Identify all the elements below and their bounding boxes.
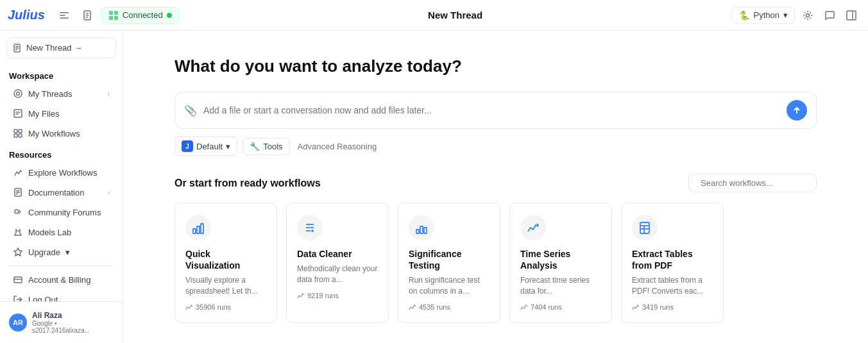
svg-rect-8 [114,11,118,15]
svg-marker-33 [14,248,22,256]
user-account-button[interactable]: AR Ali Raza Google • s2017.2416aliraza..… [6,307,116,338]
workflow-desc-extract-tables: Extract tables from a PDF! Converts eac.… [632,275,713,297]
explore-workflows-label: Explore Workflows [28,168,97,178]
runs-icon [632,303,640,311]
new-doc-icon [82,10,92,21]
community-forums-label: Community Forums [28,208,101,217]
connected-badge: Connected [101,7,179,24]
default-label: Default [196,142,223,151]
workflow-title-time-series: Time Series Analysis [520,248,601,271]
attach-icon[interactable]: 📎 [184,105,197,117]
workflows-icon [13,128,23,138]
workflow-card-time-series[interactable]: Time Series Analysis Forecast time serie… [509,203,612,323]
page-heading: What do you want to analyze today? [174,56,817,76]
workflows-title: Or start from ready workflows [174,178,321,189]
svg-rect-10 [114,16,118,20]
log-out-label: Log Out [28,295,58,302]
send-button[interactable] [787,100,807,121]
workflow-desc-data-cleaner: Methodically clean your data from a... [297,264,378,285]
python-label: Python [754,10,779,20]
new-thread-button[interactable]: New Thread → [6,37,116,58]
svg-rect-49 [420,226,423,233]
page-title: New Thread [184,10,727,21]
sidebar-item-documentation[interactable]: Documentation › [4,183,119,202]
default-button[interactable]: J Default ▾ [174,137,237,156]
svg-rect-51 [640,222,649,233]
workflow-cards: Quick Visualization Visually explore a s… [174,203,817,323]
svg-rect-26 [19,134,22,137]
sidebar-item-upgrade[interactable]: Upgrade ▾ [4,242,119,262]
runs-icon [520,303,528,311]
workflow-icon-significance-testing [409,215,434,240]
sidebar-toggle-button[interactable] [55,8,73,23]
svg-rect-48 [416,230,419,233]
svg-rect-9 [109,16,113,20]
svg-point-11 [806,13,810,17]
workflow-card-data-cleaner[interactable]: Data Cleaner Methodically clean your dat… [286,203,389,323]
topbar: Julius Connected New Thread 🐍 Python ▾ [0,0,868,31]
settings-button[interactable] [799,8,817,23]
connected-label: Connected [123,10,163,20]
sidebar-item-my-threads[interactable]: My Threads › [4,84,119,103]
upgrade-icon [13,247,23,257]
community-icon [13,207,23,217]
toolbar-row: J Default ▾ 🔧 Tools Advanced Reasoning [174,137,817,156]
workflow-desc-time-series: Forecast time series data for... [520,275,601,297]
main-content: What do you want to analyze today? 📎 J D… [123,31,868,343]
sidebar-my-files-label: My Files [28,109,59,119]
models-lab-icon [13,227,23,237]
workflow-title-quick-viz: Quick Visualization [185,248,266,271]
workflow-card-quick-viz[interactable]: Quick Visualization Visually explore a s… [174,203,277,323]
workflow-icon-quick-viz [185,215,211,240]
python-selector[interactable]: 🐍 Python ▾ [732,7,795,24]
workflow-icon-data-cleaner [297,215,323,240]
account-billing-label: Account & Billing [28,275,91,285]
documentation-icon [13,187,23,197]
workflow-title-significance-testing: Significance Testing [409,248,489,271]
sidebar-my-threads-label: My Threads [28,89,72,99]
sidebar-item-my-files[interactable]: My Files [4,104,119,123]
send-icon [792,106,801,115]
svg-rect-12 [847,11,856,20]
advanced-reasoning-label: Advanced Reasoning [295,138,380,155]
sidebar-item-account-billing[interactable]: Account & Billing [4,270,119,289]
doc-chevron-icon: › [108,189,110,196]
workflow-desc-quick-viz: Visually explore a spreadsheet! Let th..… [185,275,266,297]
sidebar-item-my-workflows[interactable]: My Workflows [4,124,119,143]
sidebar-item-explore-workflows[interactable]: Explore Workflows [4,163,119,182]
sidebar-scrollable: Workspace My Threads › [0,62,123,301]
new-doc-button[interactable] [78,8,96,23]
workflow-card-extract-tables[interactable]: Extract Tables from PDF Extract tables f… [621,203,724,323]
sidebar-item-log-out[interactable]: Log Out [4,290,119,301]
search-workflows-input[interactable] [701,178,808,188]
new-thread-icon [13,44,22,53]
svg-rect-40 [193,229,196,233]
workflow-runs-extract-tables: 3419 runs [632,303,713,311]
workflow-runs-data-cleaner: 9219 runs [297,292,378,299]
sidebar-item-models-lab[interactable]: Models Lab [4,222,119,242]
gear-icon [803,10,813,21]
svg-rect-50 [424,228,427,233]
billing-icon [13,274,23,285]
sidebar-my-workflows-label: My Workflows [28,129,80,138]
default-chevron-icon: ▾ [226,142,230,151]
svg-rect-7 [109,11,113,15]
sidebar: New Thread → Workspace My Threads › [0,31,123,343]
sidebar-bottom: AR Ali Raza Google • s2017.2416aliraza..… [0,301,123,343]
sidebar-divider [9,265,114,266]
chat-button[interactable] [821,8,838,23]
main-input[interactable] [203,105,780,115]
svg-point-18 [14,90,22,97]
panel-icon [846,10,856,21]
workflow-icon-time-series [520,215,546,240]
input-area: 📎 [174,92,817,129]
svg-rect-0 [60,12,69,13]
sidebar-toggle-icon [59,10,69,21]
workflow-runs-quick-viz: 35906 runs [185,303,266,311]
tools-button[interactable]: 🔧 Tools [243,138,289,155]
workflow-card-significance-testing[interactable]: Significance Testing Run significance te… [398,203,500,323]
sidebar-item-community-forums[interactable]: Community Forums [4,203,119,222]
panel-button[interactable] [842,8,860,23]
svg-point-19 [17,92,20,96]
chevron-right-icon: › [108,90,110,97]
